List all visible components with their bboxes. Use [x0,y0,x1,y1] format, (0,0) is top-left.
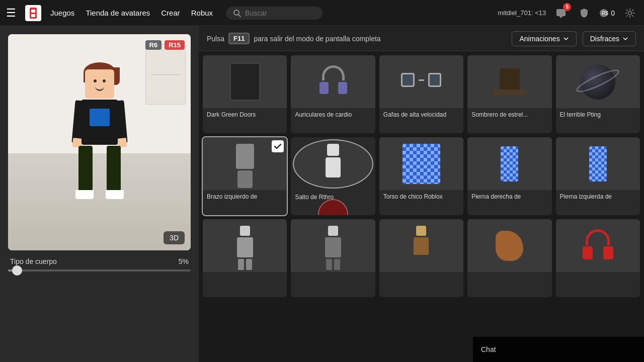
nav-link-robux[interactable]: Robux [191,9,213,17]
chat-bar[interactable]: Chat [473,337,644,362]
mq-legs-2 [320,259,346,270]
checkmark-icon [274,142,282,150]
settings-button[interactable] [622,5,638,21]
headphones-left [319,82,329,94]
item-name-pierna-derecha: Pierna derecha de [467,190,551,204]
item-card-sombrero[interactable]: Sombrero de estrel... [467,55,551,133]
headphones-right [338,82,347,94]
item-img-rthro [293,139,373,189]
avatar-foot-right [106,190,124,199]
nav-link-tienda[interactable]: Tienda de avatares [86,9,150,17]
item-card-15[interactable] [556,219,640,297]
hint-text: para salir del modo de pantalla completa [254,35,380,43]
svg-rect-1 [31,10,35,13]
item-card-torso[interactable]: Torso de chico Roblox [379,137,463,215]
roblox-logo[interactable] [25,5,41,21]
item-card-pierna-derecha[interactable]: Pierna derecha de [467,137,551,215]
3d-button[interactable]: 3D [164,231,185,244]
item-card-11[interactable] [203,219,287,297]
avatar-figure [59,69,140,210]
arm-shape [232,144,258,184]
robux-display: R$ 0 [599,9,615,18]
item-img-pierna-izquierda [556,137,640,190]
svg-point-9 [628,11,632,15]
navbar: ☰ Juegos Tienda de avatares Crear Robux … [0,0,644,26]
item-img-pierna-derecha [467,137,551,190]
slider-thumb[interactable] [12,265,22,276]
hair-shape [493,228,526,263]
item-card-12[interactable] [291,219,375,297]
item-img-12 [291,219,375,272]
item-card-auriculares[interactable]: Auriculares de cardio [291,55,375,133]
avatar-shirt [90,109,110,126]
item-card-brazo-izquierdo[interactable]: Brazo izquierdo de [203,137,287,215]
item-name-gafas: Gafas de alta velocidad [379,108,463,122]
hamburger-icon[interactable]: ☰ [6,7,16,20]
item-card-dark-green-doors[interactable]: Dark Green Doors [203,55,287,133]
glasses-shape [401,73,441,90]
body-type-slider[interactable] [8,269,191,272]
dark-outfit-shape [230,63,260,101]
hpr-left [583,246,593,259]
svg-text:R$: R$ [602,11,608,16]
r6-badge[interactable]: R6 [145,40,162,50]
main-content: R6 R15 3D Tipo de cuerpo 5% Pulsa F11 pa… [0,26,644,362]
body-type-row: Tipo de cuerpo 5% [8,257,191,265]
robux-icon: R$ [599,9,608,18]
animaciones-chevron-icon [563,36,569,42]
disfraces-chevron-icon [622,36,628,42]
mq-body-2 [325,237,341,257]
item-img-sombrero [467,55,551,108]
item-name-brazo: Brazo izquierdo de [203,190,287,204]
item-img-11 [203,219,287,272]
hat-top [500,68,520,92]
room-cabinet [145,44,186,105]
char-body [414,237,429,255]
gear-icon [624,8,635,19]
items-grid: Dark Green Doors Auriculares de cardio [199,51,644,362]
right-panel: Pulsa F11 para salir del modo de pantall… [199,26,644,362]
item-card-pting[interactable]: El terrible Pting [556,55,640,133]
item-card-rthro[interactable]: Salto de Rthro [291,137,375,215]
animaciones-button[interactable]: Animaciones [512,31,576,46]
search-input[interactable] [245,9,315,17]
svg-line-4 [238,15,240,17]
glasses-lens-left [401,73,414,87]
body-type-label: Tipo de cuerpo [10,257,57,265]
avatar-eyes [94,79,106,82]
notifications-button[interactable]: 5 [553,5,569,21]
shield-button[interactable] [576,5,592,21]
avatar-badges: R6 R15 [145,40,185,50]
item-card-gafas[interactable]: Gafas de alta velocidad [379,55,463,133]
item-img-auriculares [291,55,375,108]
avatar-foot-left [75,190,94,199]
mq-legs-1 [232,259,258,270]
item-name-12 [291,272,375,278]
disfraces-label: Disfraces [590,35,619,43]
disfraces-button[interactable]: Disfraces [583,31,636,46]
item-card-14[interactable] [467,219,551,297]
item-img-15 [556,219,640,272]
glasses-bridge [419,79,424,81]
nav-link-crear[interactable]: Crear [161,9,180,17]
item-name-15 [556,272,640,278]
nav-link-juegos[interactable]: Juegos [50,9,74,17]
avatar-leg-right [107,146,121,191]
mq-leg-r2 [334,259,340,270]
glasses-frame [401,73,441,87]
mq-head-2 [328,226,338,236]
item-img-dark-green-doors [203,55,287,108]
svg-rect-2 [31,14,35,17]
item-card-13[interactable] [379,219,463,297]
torso-shape [403,144,440,184]
arm-upper [236,144,254,169]
avatar-body [82,100,118,145]
item-name-14 [467,272,551,278]
left-panel: R6 R15 3D Tipo de cuerpo 5% [0,26,199,362]
username-label: mitdiel_701: <13 [498,9,546,17]
mannequin-shape-1 [232,226,258,266]
hat-brim [492,89,527,96]
r15-badge[interactable]: R15 [165,40,185,50]
item-card-pierna-izquierda[interactable]: Pierna izquierda de [556,137,640,215]
rthro-body [326,157,341,177]
